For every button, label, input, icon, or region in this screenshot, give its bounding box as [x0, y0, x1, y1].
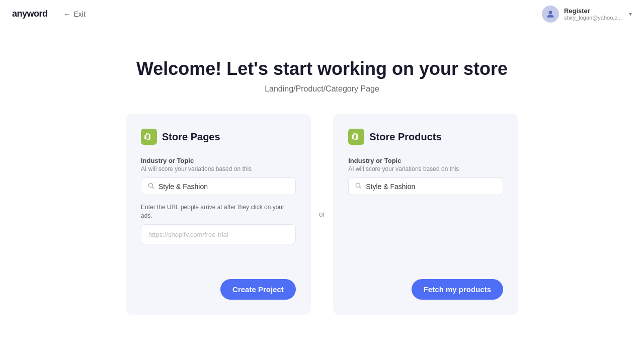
exit-button[interactable]: ← Exit: [60, 8, 90, 20]
main-content: Welcome! Let's start working on your sto…: [0, 28, 644, 315]
svg-point-0: [549, 11, 552, 14]
create-project-button[interactable]: Create Project: [220, 279, 296, 300]
store-pages-title: Store Pages: [162, 131, 220, 143]
chevron-down-icon: ▾: [629, 11, 632, 18]
avatar: [542, 6, 559, 23]
svg-line-2: [152, 187, 154, 189]
store-products-shopify-icon: [348, 129, 364, 145]
store-pages-url-placeholder: https://shopify.com/free-trial: [148, 231, 228, 238]
store-products-search-icon: [355, 182, 362, 191]
store-products-card-header: Store Products: [348, 129, 503, 145]
or-divider: or: [311, 210, 333, 218]
store-pages-industry-input[interactable]: Style & Fashion: [141, 177, 296, 195]
logo: anyword: [12, 9, 48, 19]
arrow-left-icon: ←: [64, 10, 71, 18]
shopify-icon: [141, 129, 157, 145]
store-pages-card-header: Store Pages: [141, 129, 296, 145]
store-products-industry-input[interactable]: Style & Fashion: [348, 177, 503, 195]
store-products-industry-value: Style & Fashion: [366, 183, 415, 191]
store-products-card: Store Products Industry or Topic AI will…: [333, 114, 518, 315]
user-info: Register shiry_logan@yahoo.c...: [564, 7, 622, 21]
fetch-products-button[interactable]: Fetch my products: [412, 279, 503, 300]
store-pages-search-icon: [147, 182, 154, 191]
store-products-title: Store Products: [369, 131, 441, 143]
svg-point-1: [148, 183, 152, 187]
store-products-field-sublabel: AI will score your variations based on t…: [348, 165, 503, 172]
url-field-label: Enter the URL people arrive at after the…: [141, 203, 296, 220]
exit-label: Exit: [74, 10, 86, 18]
store-products-field-label: Industry or Topic: [348, 157, 503, 164]
page-subtitle: Landing/Product/Category Page: [265, 84, 379, 94]
user-name: Register: [564, 7, 622, 15]
store-pages-field-sublabel: AI will score your variations based on t…: [141, 165, 296, 172]
svg-line-4: [360, 187, 361, 189]
store-pages-field-label: Industry or Topic: [141, 157, 296, 164]
cards-container: Store Pages Industry or Topic AI will sc…: [126, 114, 518, 315]
header: anyword ← Exit Register shiry_logan@yaho…: [0, 0, 644, 28]
store-pages-url-input[interactable]: https://shopify.com/free-trial: [141, 224, 296, 244]
store-pages-card: Store Pages Industry or Topic AI will sc…: [126, 114, 311, 315]
header-left: anyword ← Exit: [12, 8, 90, 20]
store-pages-industry-value: Style & Fashion: [158, 183, 208, 191]
store-products-footer: Fetch my products: [348, 279, 503, 300]
user-menu[interactable]: Register shiry_logan@yahoo.c... ▾: [542, 6, 632, 23]
page-title: Welcome! Let's start working on your sto…: [136, 58, 508, 79]
user-email: shiry_logan@yahoo.c...: [564, 15, 622, 21]
svg-point-3: [356, 183, 360, 187]
store-pages-footer: Create Project: [141, 279, 296, 300]
